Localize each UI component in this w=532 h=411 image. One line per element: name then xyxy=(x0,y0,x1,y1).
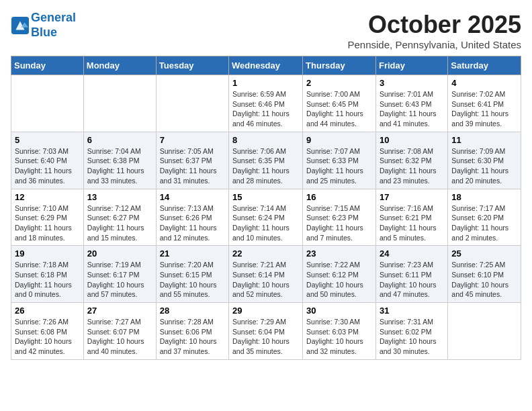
day-info: Sunrise: 7:14 AM Sunset: 6:24 PM Dayligh… xyxy=(232,203,299,243)
day-info: Sunrise: 7:18 AM Sunset: 6:18 PM Dayligh… xyxy=(15,260,80,300)
header-saturday: Saturday xyxy=(448,56,521,75)
calendar-cell: 23Sunrise: 7:22 AM Sunset: 6:12 PM Dayli… xyxy=(303,246,376,303)
day-number: 22 xyxy=(232,248,299,259)
day-number: 7 xyxy=(160,135,225,145)
calendar-week-row: 5Sunrise: 7:03 AM Sunset: 6:40 PM Daylig… xyxy=(11,132,521,189)
calendar-cell: 26Sunrise: 7:26 AM Sunset: 6:08 PM Dayli… xyxy=(11,303,84,360)
calendar-cell: 3Sunrise: 7:01 AM Sunset: 6:43 PM Daylig… xyxy=(375,75,447,132)
day-number: 8 xyxy=(232,135,299,145)
day-number: 10 xyxy=(380,135,444,145)
calendar-cell xyxy=(83,75,156,132)
calendar-cell: 17Sunrise: 7:16 AM Sunset: 6:21 PM Dayli… xyxy=(375,189,447,246)
day-number: 29 xyxy=(232,306,299,316)
header-sunday: Sunday xyxy=(11,56,84,75)
calendar-cell: 24Sunrise: 7:23 AM Sunset: 6:11 PM Dayli… xyxy=(375,246,447,303)
calendar-cell: 9Sunrise: 7:07 AM Sunset: 6:33 PM Daylig… xyxy=(303,132,376,189)
day-number: 30 xyxy=(306,306,372,316)
logo-line1: General xyxy=(31,11,76,24)
calendar-header-row: SundayMondayTuesdayWednesdayThursdayFrid… xyxy=(11,56,521,75)
calendar-cell: 11Sunrise: 7:09 AM Sunset: 6:30 PM Dayli… xyxy=(448,132,521,189)
day-info: Sunrise: 7:22 AM Sunset: 6:12 PM Dayligh… xyxy=(306,260,372,300)
calendar-cell: 5Sunrise: 7:03 AM Sunset: 6:40 PM Daylig… xyxy=(11,132,84,189)
calendar-cell: 2Sunrise: 7:00 AM Sunset: 6:45 PM Daylig… xyxy=(303,75,376,132)
calendar-cell: 10Sunrise: 7:08 AM Sunset: 6:32 PM Dayli… xyxy=(375,132,447,189)
logo-icon xyxy=(11,16,30,35)
calendar-cell: 13Sunrise: 7:12 AM Sunset: 6:27 PM Dayli… xyxy=(83,189,156,246)
day-number: 24 xyxy=(380,248,444,259)
day-number: 2 xyxy=(306,78,372,88)
logo: General Blue xyxy=(11,11,76,40)
logo-text: General Blue xyxy=(31,11,76,40)
calendar-week-row: 12Sunrise: 7:10 AM Sunset: 6:29 PM Dayli… xyxy=(11,189,521,246)
day-info: Sunrise: 7:19 AM Sunset: 6:17 PM Dayligh… xyxy=(87,260,152,300)
day-info: Sunrise: 7:15 AM Sunset: 6:23 PM Dayligh… xyxy=(306,203,372,243)
day-info: Sunrise: 7:28 AM Sunset: 6:06 PM Dayligh… xyxy=(160,317,225,357)
calendar-week-row: 19Sunrise: 7:18 AM Sunset: 6:18 PM Dayli… xyxy=(11,246,521,303)
calendar-cell: 6Sunrise: 7:04 AM Sunset: 6:38 PM Daylig… xyxy=(83,132,156,189)
calendar-cell: 15Sunrise: 7:14 AM Sunset: 6:24 PM Dayli… xyxy=(229,189,303,246)
day-number: 1 xyxy=(232,78,299,88)
day-info: Sunrise: 7:16 AM Sunset: 6:21 PM Dayligh… xyxy=(380,203,444,243)
location-subtitle: Pennside, Pennsylvania, United States xyxy=(348,39,522,50)
day-number: 31 xyxy=(380,306,444,316)
calendar-cell: 22Sunrise: 7:21 AM Sunset: 6:14 PM Dayli… xyxy=(229,246,303,303)
day-number: 18 xyxy=(451,192,517,202)
calendar-cell: 8Sunrise: 7:06 AM Sunset: 6:35 PM Daylig… xyxy=(229,132,303,189)
day-info: Sunrise: 7:06 AM Sunset: 6:35 PM Dayligh… xyxy=(232,146,299,186)
calendar-cell: 16Sunrise: 7:15 AM Sunset: 6:23 PM Dayli… xyxy=(303,189,376,246)
day-info: Sunrise: 7:01 AM Sunset: 6:43 PM Dayligh… xyxy=(380,89,444,129)
logo-line2: Blue xyxy=(31,26,57,39)
calendar-cell xyxy=(11,75,84,132)
day-info: Sunrise: 7:27 AM Sunset: 6:07 PM Dayligh… xyxy=(87,317,152,357)
page-header: General Blue October 2025 Pennside, Penn… xyxy=(11,11,521,50)
day-number: 28 xyxy=(160,306,225,316)
header-thursday: Thursday xyxy=(303,56,376,75)
day-number: 27 xyxy=(87,306,152,316)
calendar-cell: 21Sunrise: 7:20 AM Sunset: 6:15 PM Dayli… xyxy=(156,246,228,303)
day-number: 17 xyxy=(380,192,444,202)
day-number: 12 xyxy=(15,192,80,202)
calendar-cell: 25Sunrise: 7:25 AM Sunset: 6:10 PM Dayli… xyxy=(448,246,521,303)
calendar-cell: 30Sunrise: 7:30 AM Sunset: 6:03 PM Dayli… xyxy=(303,303,376,360)
header-tuesday: Tuesday xyxy=(156,56,228,75)
month-title: October 2025 xyxy=(348,11,522,39)
day-info: Sunrise: 7:08 AM Sunset: 6:32 PM Dayligh… xyxy=(380,146,444,186)
day-number: 13 xyxy=(87,192,152,202)
calendar-cell: 14Sunrise: 7:13 AM Sunset: 6:26 PM Dayli… xyxy=(156,189,228,246)
calendar-cell: 19Sunrise: 7:18 AM Sunset: 6:18 PM Dayli… xyxy=(11,246,84,303)
day-info: Sunrise: 7:23 AM Sunset: 6:11 PM Dayligh… xyxy=(380,260,444,300)
day-info: Sunrise: 7:03 AM Sunset: 6:40 PM Dayligh… xyxy=(15,146,80,186)
day-number: 9 xyxy=(306,135,372,145)
day-info: Sunrise: 7:17 AM Sunset: 6:20 PM Dayligh… xyxy=(451,203,517,243)
calendar-cell: 7Sunrise: 7:05 AM Sunset: 6:37 PM Daylig… xyxy=(156,132,228,189)
title-block: October 2025 Pennside, Pennsylvania, Uni… xyxy=(348,11,522,50)
calendar-table: SundayMondayTuesdayWednesdayThursdayFrid… xyxy=(11,56,521,360)
day-number: 15 xyxy=(232,192,299,202)
day-info: Sunrise: 7:29 AM Sunset: 6:04 PM Dayligh… xyxy=(232,317,299,357)
day-info: Sunrise: 7:31 AM Sunset: 6:02 PM Dayligh… xyxy=(380,317,444,357)
day-info: Sunrise: 7:25 AM Sunset: 6:10 PM Dayligh… xyxy=(451,260,517,300)
day-number: 16 xyxy=(306,192,372,202)
calendar-cell: 28Sunrise: 7:28 AM Sunset: 6:06 PM Dayli… xyxy=(156,303,228,360)
day-number: 26 xyxy=(15,306,80,316)
calendar-cell: 1Sunrise: 6:59 AM Sunset: 6:46 PM Daylig… xyxy=(229,75,303,132)
day-info: Sunrise: 7:12 AM Sunset: 6:27 PM Dayligh… xyxy=(87,203,152,243)
header-friday: Friday xyxy=(375,56,447,75)
day-number: 25 xyxy=(451,248,517,259)
day-info: Sunrise: 7:07 AM Sunset: 6:33 PM Dayligh… xyxy=(306,146,372,186)
day-number: 5 xyxy=(15,135,80,145)
calendar-cell: 29Sunrise: 7:29 AM Sunset: 6:04 PM Dayli… xyxy=(229,303,303,360)
day-number: 23 xyxy=(306,248,372,259)
day-info: Sunrise: 7:04 AM Sunset: 6:38 PM Dayligh… xyxy=(87,146,152,186)
day-number: 4 xyxy=(451,78,517,88)
calendar-cell: 20Sunrise: 7:19 AM Sunset: 6:17 PM Dayli… xyxy=(83,246,156,303)
calendar-week-row: 1Sunrise: 6:59 AM Sunset: 6:46 PM Daylig… xyxy=(11,75,521,132)
day-info: Sunrise: 7:20 AM Sunset: 6:15 PM Dayligh… xyxy=(160,260,225,300)
day-info: Sunrise: 7:21 AM Sunset: 6:14 PM Dayligh… xyxy=(232,260,299,300)
day-number: 3 xyxy=(380,78,444,88)
day-info: Sunrise: 7:10 AM Sunset: 6:29 PM Dayligh… xyxy=(15,203,80,243)
header-monday: Monday xyxy=(83,56,156,75)
day-number: 14 xyxy=(160,192,225,202)
day-info: Sunrise: 7:13 AM Sunset: 6:26 PM Dayligh… xyxy=(160,203,225,243)
calendar-week-row: 26Sunrise: 7:26 AM Sunset: 6:08 PM Dayli… xyxy=(11,303,521,360)
